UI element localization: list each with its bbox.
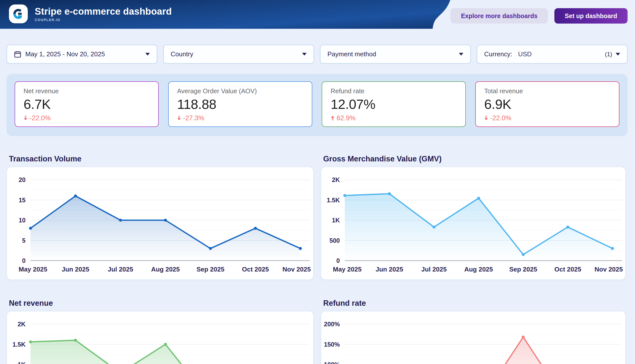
chart-title: Gross Merchandise Value (GMV) (323, 154, 626, 164)
kpi-delta: -27.3% (177, 114, 303, 122)
country-filter[interactable]: Country (163, 45, 314, 64)
svg-text:2K: 2K (332, 176, 340, 183)
svg-text:Jul 2025: Jul 2025 (421, 266, 447, 273)
kpi-value: 6.9K (484, 96, 610, 112)
page-title: Stripe e-commerce dashboard (35, 6, 172, 17)
svg-text:1K: 1K (18, 361, 26, 364)
svg-text:100%: 100% (324, 361, 340, 364)
svg-text:1.5K: 1.5K (327, 197, 340, 204)
brand-label: COUPLER.IO (35, 18, 172, 22)
svg-text:Aug 2025: Aug 2025 (464, 266, 493, 273)
kpi-label: Total revenue (484, 87, 610, 95)
kpi-band: Net revenue 6.7K -22.0% Average Order Va… (7, 74, 627, 136)
chart-title: Net revenue (9, 299, 314, 308)
svg-text:Jul 2025: Jul 2025 (108, 266, 133, 273)
calendar-icon (14, 50, 21, 58)
refund-rate-chart: 0%50%100%150%200%May 2025Jun 2025Jul 202… (321, 311, 626, 364)
currency-filter-value: USD (518, 50, 532, 58)
chart-canvas: 05101520May 2025Jun 2025Jul 2025Aug 2025… (7, 167, 313, 280)
svg-text:0: 0 (336, 257, 340, 264)
svg-text:Jun 2025: Jun 2025 (376, 266, 403, 273)
arrow-down-icon (484, 114, 488, 122)
svg-text:10: 10 (19, 217, 26, 224)
chart-title: Transaction Volume (9, 154, 314, 164)
chevron-down-icon (459, 53, 463, 56)
arrow-up-icon (331, 114, 335, 122)
charts-row-2: Net revenue 05001K1.5K2KMay 2025Jun 2025… (7, 299, 635, 364)
net-revenue-chart: 05001K1.5K2KMay 2025Jun 2025Jul 2025Aug … (7, 311, 314, 364)
kpi-label: Average Order Value (AOV) (177, 87, 303, 95)
svg-text:2K: 2K (18, 320, 26, 328)
svg-text:1K: 1K (332, 217, 340, 224)
set-up-dashboard-button[interactable]: Set up dashboard (554, 8, 627, 24)
chart-block-refund-rate: Refund rate 0%50%100%150%200%May 2025Jun… (321, 299, 626, 364)
svg-text:May 2025: May 2025 (19, 266, 47, 273)
chart-canvas: 0%50%100%150%200%May 2025Jun 2025Jul 202… (321, 312, 625, 364)
kpi-delta: -22.0% (24, 114, 150, 122)
svg-text:May 2025: May 2025 (333, 266, 362, 273)
svg-text:Oct 2025: Oct 2025 (242, 266, 269, 273)
kpi-label: Net revenue (24, 87, 150, 95)
svg-text:Nov 2025: Nov 2025 (283, 266, 311, 273)
svg-text:500: 500 (329, 237, 340, 244)
currency-filter-label: Currency: (484, 50, 512, 58)
arrow-down-icon (177, 114, 181, 122)
payment-method-filter[interactable]: Payment method (320, 45, 471, 64)
chart-canvas: 05001K1.5K2KMay 2025Jun 2025Jul 2025Aug … (7, 312, 313, 364)
kpi-value: 6.7K (24, 96, 150, 112)
filter-bar: May 1, 2025 - Nov 20, 2025 Country Payme… (7, 45, 627, 64)
transaction-volume-chart: 05101520May 2025Jun 2025Jul 2025Aug 2025… (7, 167, 314, 280)
svg-text:150%: 150% (324, 341, 340, 348)
payment-method-filter-label: Payment method (327, 50, 376, 58)
svg-text:Sep 2025: Sep 2025 (197, 266, 225, 273)
svg-text:1.5K: 1.5K (13, 341, 26, 348)
kpi-value: 12.07% (331, 96, 457, 112)
gmv-chart: 05001K1.5K2KMay 2025Jun 2025Jul 2025Aug … (321, 167, 626, 280)
svg-text:15: 15 (19, 197, 26, 204)
svg-text:0: 0 (22, 257, 26, 264)
chart-canvas: 05001K1.5K2KMay 2025Jun 2025Jul 2025Aug … (321, 167, 625, 280)
charts-row-1: Transaction Volume 05101520May 2025Jun 2… (7, 154, 635, 280)
arrow-down-icon (24, 114, 28, 122)
chart-title: Refund rate (323, 299, 626, 308)
svg-text:Jun 2025: Jun 2025 (62, 266, 89, 273)
currency-selected-count: (1) (605, 51, 612, 58)
chart-block-transaction-volume: Transaction Volume 05101520May 2025Jun 2… (7, 154, 314, 280)
country-filter-label: Country (171, 50, 193, 58)
chart-block-net-revenue: Net revenue 05001K1.5K2KMay 2025Jun 2025… (7, 299, 314, 364)
kpi-card-net-revenue: Net revenue 6.7K -22.0% (15, 81, 159, 127)
kpi-card-total-revenue: Total revenue 6.9K -22.0% (475, 81, 619, 127)
svg-text:200%: 200% (324, 320, 340, 328)
svg-text:20: 20 (19, 176, 26, 183)
svg-text:Nov 2025: Nov 2025 (594, 266, 623, 273)
svg-text:5: 5 (22, 237, 26, 244)
kpi-delta: 62.9% (331, 114, 457, 122)
svg-text:Aug 2025: Aug 2025 (151, 266, 180, 273)
coupler-logo-icon (12, 8, 25, 20)
currency-filter[interactable]: Currency:USD (1) (477, 45, 627, 64)
kpi-label: Refund rate (331, 87, 457, 95)
date-range-filter[interactable]: May 1, 2025 - Nov 20, 2025 (7, 45, 157, 64)
svg-text:Oct 2025: Oct 2025 (554, 266, 581, 273)
chevron-down-icon (616, 53, 620, 56)
coupler-logo (9, 4, 28, 23)
date-range-value: May 1, 2025 - Nov 20, 2025 (25, 50, 105, 58)
header: Stripe e-commerce dashboard COUPLER.IO E… (0, 0, 635, 29)
kpi-value: 118.88 (177, 96, 303, 112)
kpi-card-aov: Average Order Value (AOV) 118.88 -27.3% (168, 81, 312, 127)
chart-block-gmv: Gross Merchandise Value (GMV) 05001K1.5K… (321, 154, 626, 280)
explore-more-dashboards-button[interactable]: Explore more dashboards (450, 8, 548, 24)
svg-text:Sep 2025: Sep 2025 (509, 266, 537, 273)
kpi-delta: -22.0% (484, 114, 610, 122)
chevron-down-icon (145, 53, 150, 56)
chevron-down-icon (302, 53, 307, 56)
kpi-card-refund-rate: Refund rate 12.07% 62.9% (322, 81, 466, 127)
